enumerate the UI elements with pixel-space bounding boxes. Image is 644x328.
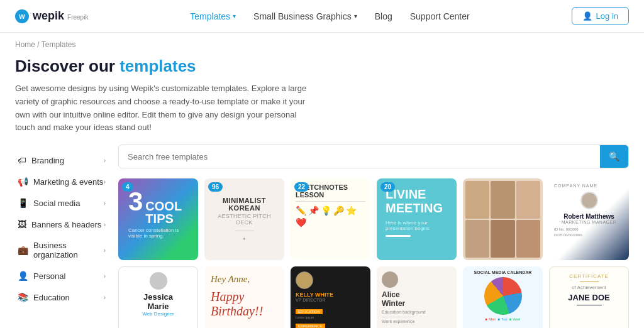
search-button[interactable]: 🔍: [600, 145, 628, 168]
hero-description: Get awesome designs by using Wepik's cus…: [15, 82, 317, 134]
chevron-down-icon: ›: [104, 221, 106, 228]
chevron-down-icon: ›: [104, 273, 106, 280]
template-card[interactable]: LIVINEMEETING Here is where yourpresenta…: [377, 178, 457, 260]
login-button[interactable]: 👤 Log in: [572, 7, 629, 25]
card-content: Alice Winter Education background Work e…: [377, 266, 457, 328]
breadcrumb: Home / Templates: [0, 33, 644, 52]
chevron-down-icon: ▾: [354, 13, 357, 19]
nav-small-business[interactable]: Small Business Graphics ▾: [253, 11, 357, 21]
template-card[interactable]: SOCIAL MEDIA CALENDAR ■ Mon ■ Tue ■ Wed: [463, 266, 543, 328]
header: w wepik Freepik Templates ▾ Small Busine…: [0, 0, 644, 33]
header-actions: 👤 Log in: [572, 7, 629, 25]
main-content: 🏷 Branding › 📢 Marketing & events › 📱 So…: [0, 145, 644, 328]
logo[interactable]: w wepik Freepik: [15, 9, 88, 23]
breadcrumb-home[interactable]: Home: [15, 40, 35, 49]
sidebar-item-education[interactable]: 📚 Education ›: [15, 287, 108, 308]
sidebar-item-personal[interactable]: 👤 Personal ›: [15, 265, 108, 287]
user-icon: 👤: [582, 11, 592, 21]
search-bar: 🔍: [118, 145, 629, 168]
nav-blog[interactable]: Blog: [375, 11, 392, 21]
nav-support[interactable]: Support Center: [410, 11, 470, 21]
page-title: Discover our templates: [15, 57, 629, 76]
card-content: CERTIFICATE of Achievement JANE DOE: [550, 267, 628, 314]
briefcase-icon: 💼: [18, 245, 28, 255]
template-card[interactable]: COMPANY NAME Robert Matthews MARKETING M…: [549, 178, 629, 260]
card-content: MINIMALIST KOREAN AESTHETIC PITCH DECK ✦: [204, 187, 284, 252]
template-badge: 4: [122, 182, 133, 192]
nav-templates[interactable]: Templates ▾: [190, 11, 236, 21]
card-content: Hey Anne, Happy Birthday!!: [204, 266, 284, 325]
chevron-down-icon: ›: [104, 200, 106, 207]
template-card[interactable]: KELLY WHITE VP DIRECTOR EDUCATION Lorem …: [291, 266, 370, 328]
template-grid: 3 COOLTIPS Cancer constellation isvisibl…: [118, 178, 629, 328]
template-card[interactable]: 3 COOLTIPS Cancer constellation isvisibl…: [118, 178, 198, 260]
breadcrumb-separator: /: [37, 40, 39, 49]
card-content: SOCIAL MEDIA CALENDAR ■ Mon ■ Tue ■ Wed: [463, 266, 543, 325]
logo-freepik: Freepik: [67, 14, 88, 21]
image-icon: 🖼: [18, 219, 26, 229]
template-card[interactable]: Jessica Marie Web Designer: [118, 266, 198, 328]
svg-text:w: w: [18, 12, 25, 21]
megaphone-icon: 📢: [18, 177, 28, 187]
template-card[interactable]: MINIMALIST KOREAN AESTHETIC PITCH DECK ✦…: [204, 178, 284, 260]
sidebar-item-banners[interactable]: 🖼 Banners & headers ›: [15, 214, 108, 235]
search-input[interactable]: [119, 146, 600, 168]
share-icon: 📱: [18, 198, 28, 208]
sidebar-item-branding[interactable]: 🏷 Branding ›: [15, 150, 108, 171]
chevron-down-icon: ›: [104, 178, 106, 185]
template-badge: 20: [380, 182, 395, 192]
logo-icon: w: [15, 9, 29, 23]
hero-section: Discover our templates Get awesome desig…: [0, 52, 644, 145]
sidebar-item-social[interactable]: 📱 Social media ›: [15, 192, 108, 214]
template-card[interactable]: Alice Winter Education background Work e…: [377, 266, 457, 328]
sidebar: 🏷 Branding › 📢 Marketing & events › 📱 So…: [15, 145, 108, 328]
card-content: Jessica Marie Web Designer: [119, 267, 197, 322]
tag-icon: 🏷: [18, 155, 26, 165]
template-card[interactable]: Hey Anne, Happy Birthday!!: [204, 266, 284, 328]
chevron-down-icon: ›: [104, 294, 106, 301]
sidebar-item-marketing[interactable]: 📢 Marketing & events ›: [15, 171, 108, 192]
template-card[interactable]: CERTIFICATE of Achievement JANE DOE: [549, 266, 629, 328]
template-card[interactable]: [463, 178, 543, 260]
sidebar-item-business[interactable]: 💼 Business organization ›: [15, 235, 108, 265]
template-badge: 96: [208, 182, 223, 192]
book-icon: 📚: [18, 292, 28, 302]
template-card[interactable]: SKETCHNOTESLESSON ✏️ 📌 💡 🔑 ⭐ ❤️ 22: [291, 178, 370, 260]
chevron-down-icon: ›: [104, 247, 106, 254]
search-icon: 🔍: [609, 151, 619, 161]
template-badge: 22: [294, 182, 309, 192]
main-nav: Templates ▾ Small Business Graphics ▾ Bl…: [190, 11, 469, 21]
breadcrumb-current: Templates: [42, 40, 76, 49]
card-content: KELLY WHITE VP DIRECTOR EDUCATION Lorem …: [291, 266, 370, 328]
card-content: [463, 178, 543, 260]
logo-wepik: wepik: [33, 9, 64, 22]
person-icon: 👤: [18, 271, 28, 281]
chevron-down-icon: ▾: [233, 13, 236, 19]
template-content: 🔍 3 COOLTIPS Cancer constellation isvisi…: [108, 145, 629, 328]
card-content: COMPANY NAME Robert Matthews MARKETING M…: [549, 178, 629, 243]
chevron-down-icon: ›: [104, 157, 106, 164]
